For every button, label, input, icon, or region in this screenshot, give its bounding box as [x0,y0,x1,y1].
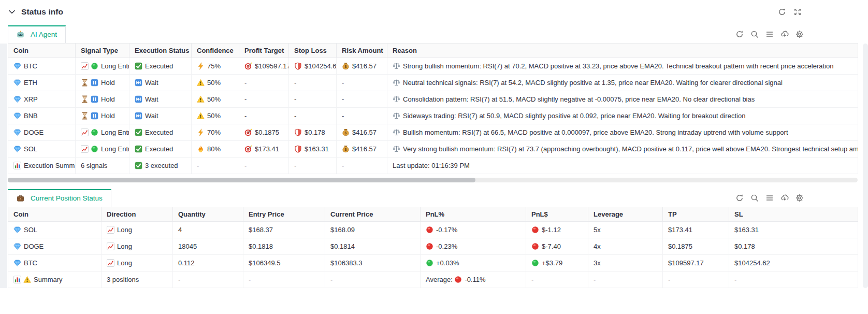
cell: SOL [8,222,102,238]
cell-text: - [330,276,332,283]
column-header: Risk Amount [337,44,387,58]
settings-icon[interactable] [795,194,804,202]
table-row[interactable]: BTCLong EntryExecuted75%$109597.17$10425… [8,58,858,75]
cell: $106383.3 [325,255,421,272]
cell: $168.09 [325,222,421,238]
fullscreen-icon[interactable] [793,8,802,16]
cell-text: BTC [24,259,37,267]
table-row[interactable]: BTCLong0.112$106349.5$106383.3+0.03%+$3.… [8,255,858,272]
table-row[interactable]: DOGELong EntryExecuted70%$0.1875$0.178$$… [8,124,858,141]
red-circle-icon [531,226,539,234]
cell: BTC [8,255,102,272]
tab-ai-agent[interactable]: AI Agent [8,25,66,43]
cell: 50% [192,108,239,124]
menu-icon[interactable] [765,30,774,38]
header-row: CoinDirectionQuantityEntry PriceCurrent … [8,207,858,222]
cell-text: 70% [207,129,221,136]
download-icon[interactable] [780,194,789,202]
refresh-icon[interactable] [735,30,744,38]
horizontal-scrollbar[interactable] [8,178,858,182]
cell-text: $168.37 [249,226,273,234]
cell: Long Entry [76,124,129,141]
column-header: Coin [8,44,76,58]
cell: $0.1814 [325,238,421,255]
cell-text: $-7.40 [542,242,561,250]
cell: Hold [76,91,129,108]
table-row[interactable]: SOLLong EntryExecuted80%$173.41$163.31$$… [8,141,858,158]
cell: 3 positions [102,272,173,288]
pause-button-icon [91,95,98,103]
table-row[interactable]: XRPHoldWait50%---Consolidation pattern: … [8,91,858,108]
menu-icon[interactable] [765,194,774,202]
high-voltage-icon [197,62,205,70]
cell-text: $173.41 [668,226,692,234]
warning-icon [197,95,205,103]
cell-text: 50% [207,112,221,120]
fire-icon [197,145,205,153]
gem-icon [13,79,21,87]
cell-text: 80% [207,145,221,153]
table-row[interactable]: Execution Summary6 signals3 executed----… [8,158,858,174]
cell: - [526,272,588,288]
cell: $163.31 [289,141,337,158]
cell: 0.112 [173,255,243,272]
horizontal-scrollbar-thumb[interactable] [8,178,475,182]
cell-text: $163.31 [734,226,759,234]
page-title: Status info [21,7,63,17]
cell-text: DOGE [24,242,44,250]
cell: - [243,272,325,288]
cell: Long [102,222,173,238]
table-row[interactable]: SOLLong4$168.37$168.09-0.17%$-1.125x$173… [8,222,858,238]
refresh-icon[interactable] [778,8,786,16]
cell-text: - [531,276,533,283]
cell-text: - [342,112,344,120]
column-header: Direction [102,207,173,222]
column-header: Entry Price [243,207,325,222]
cell: $104254.62 [729,255,858,272]
cell-text: $0.178 [734,242,755,250]
balance-scale-icon [393,145,400,153]
table-row[interactable]: BNBHoldWait50%---Sideways trading: RSI(7… [8,108,858,124]
cell-text: $416.57 [352,129,377,136]
cell: Average: -0.11% [421,272,526,288]
download-icon[interactable] [780,30,789,38]
warning-icon [23,276,31,283]
refresh-icon[interactable] [735,194,744,202]
cell: Wait [129,108,192,124]
column-header: Profit Target [239,44,289,58]
tab-current-position-status[interactable]: Current Position Status [8,189,111,207]
cell-text: - [294,95,296,103]
chevron-down-icon[interactable] [8,8,16,16]
cell-text: $109597.17 [255,62,289,70]
red-circle-icon [426,242,433,250]
cell: XRP [8,91,76,108]
gem-icon [13,129,21,136]
cell-text: Hold [101,112,115,120]
vertical-scrollbar[interactable] [863,44,868,288]
green-circle-icon [91,62,98,70]
cell: 80% [192,141,239,158]
cell-text: $416.57 [352,62,377,70]
gem-icon [13,95,21,103]
settings-icon[interactable] [795,30,804,38]
cell-text: - [244,79,247,87]
cell: 5x [588,222,663,238]
warning-icon [197,112,205,120]
cell-text: - [244,112,247,120]
gem-icon [13,112,21,120]
cell: - [325,272,421,288]
cell-text: Executed [145,145,173,153]
cell: - [337,91,387,108]
table-row[interactable]: ETHHoldWait50%---Neutral technical signa… [8,75,858,91]
search-icon[interactable] [750,30,759,38]
cell: DOGE [8,124,76,141]
expander-header[interactable]: Status info [8,5,860,19]
cell-text: $163.31 [305,145,329,153]
cell: +$3.79 [526,255,588,272]
cell-text: $0.1875 [668,242,692,250]
table-row[interactable]: Summary3 positions---Average: -0.11%---- [8,272,858,288]
column-header: Confidence [192,44,239,58]
cell-text: - [342,95,344,103]
table-row[interactable]: DOGELong18045$0.1818$0.1814-0.23%$-7.404… [8,238,858,255]
search-icon[interactable] [750,194,759,202]
